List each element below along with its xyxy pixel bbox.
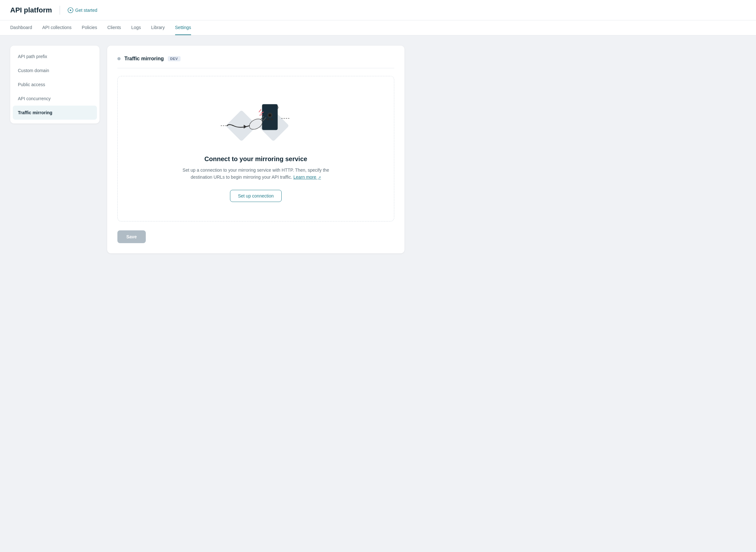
empty-state-card: Connect to your mirroring service Set up…: [117, 76, 394, 222]
sidebar-item-public-access[interactable]: Public access: [10, 78, 100, 92]
external-link-icon: ↗: [318, 175, 321, 179]
settings-content-panel: Traffic mirroring DEV: [107, 46, 405, 253]
panel-header: Traffic mirroring DEV: [117, 56, 394, 68]
mirroring-illustration: [221, 96, 291, 146]
sidebar-item-custom-domain[interactable]: Custom domain: [10, 63, 100, 78]
nav-item-policies[interactable]: Policies: [82, 20, 97, 35]
learn-more-link[interactable]: Learn more ↗: [293, 174, 321, 180]
svg-point-7: [269, 114, 271, 116]
nav-item-settings[interactable]: Settings: [175, 20, 191, 35]
status-indicator: [117, 57, 121, 60]
svg-marker-1: [70, 9, 71, 11]
nav-item-api-collections[interactable]: API collections: [42, 20, 72, 35]
save-button[interactable]: Save: [117, 230, 146, 243]
get-started-link[interactable]: Get started: [67, 7, 97, 13]
play-circle-icon: [67, 7, 73, 13]
sidebar-item-api-concurrency[interactable]: API concurrency: [10, 92, 100, 106]
nav-item-logs[interactable]: Logs: [131, 20, 141, 35]
nav-item-clients[interactable]: Clients: [108, 20, 121, 35]
nav-item-dashboard[interactable]: Dashboard: [10, 20, 32, 35]
svg-point-8: [267, 118, 269, 120]
settings-sidebar: API path prefix Custom domain Public acc…: [10, 46, 100, 124]
sidebar-item-api-path-prefix[interactable]: API path prefix: [10, 49, 100, 63]
get-started-label: Get started: [75, 8, 97, 13]
empty-state-description: Set up a connection to your mirroring se…: [179, 166, 332, 181]
app-title: API platform: [10, 6, 52, 14]
dev-badge: DEV: [168, 56, 180, 61]
svg-line-16: [259, 110, 261, 112]
header: API platform Get started: [0, 0, 756, 20]
empty-state-heading: Connect to your mirroring service: [204, 155, 307, 163]
main-content: API path prefix Custom domain Public acc…: [0, 35, 415, 264]
illustration-svg: [221, 96, 291, 146]
svg-point-9: [271, 118, 273, 120]
sidebar-item-traffic-mirroring[interactable]: Traffic mirroring: [13, 106, 97, 120]
header-divider: [60, 6, 60, 15]
setup-connection-button[interactable]: Set up connection: [230, 190, 282, 202]
nav-item-library[interactable]: Library: [151, 20, 165, 35]
panel-title: Traffic mirroring: [124, 56, 164, 61]
top-nav: Dashboard API collections Policies Clien…: [0, 20, 756, 35]
svg-line-18: [260, 115, 262, 115]
